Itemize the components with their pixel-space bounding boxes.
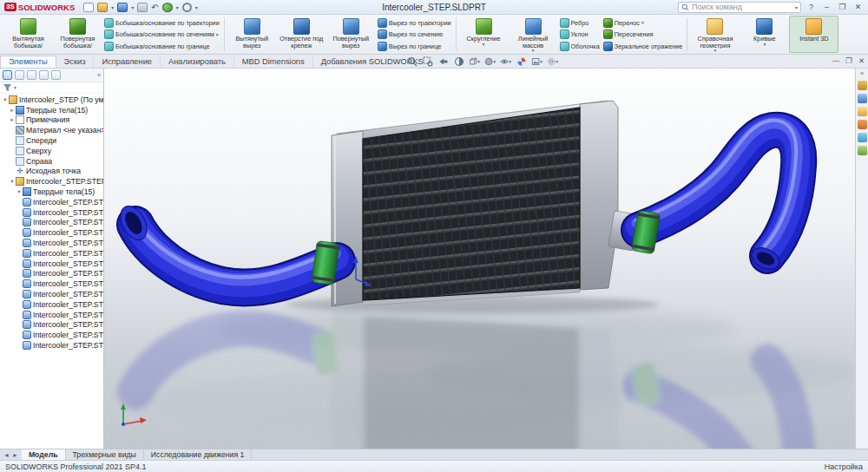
dropdown-arrow-icon[interactable]: ▾ <box>532 49 535 52</box>
tab-markup[interactable]: Исправление <box>94 56 161 68</box>
ribbon-button-boundary-boss[interactable]: Бобышка/основание по границе <box>102 41 221 52</box>
ribbon-button-draft[interactable]: Уклон <box>558 29 602 40</box>
tree-item-body[interactable]: Intercooler_STEP.STEP<1... <box>0 269 103 279</box>
doc-close-icon[interactable]: ✕ <box>858 56 865 65</box>
tree-item-body[interactable]: Intercooler_STEP.STEP<1... <box>0 197 103 207</box>
apply-scene-icon[interactable]: ▾ <box>531 56 542 68</box>
tree-item-imported-part[interactable]: ▾ Intercooler_STEP.STEP<1> -> <box>0 176 103 187</box>
tree-item-body[interactable]: Intercooler_STEP.STEP<1... <box>0 299 103 310</box>
status-customize-text[interactable]: Настройка <box>825 462 863 471</box>
dropdown-arrow-icon[interactable]: ▾ <box>714 49 717 52</box>
ribbon-button-fillet[interactable]: Скругление ▾ <box>459 16 509 53</box>
tree-item-front-plane[interactable]: Спереди <box>0 135 103 146</box>
rebuild-icon[interactable] <box>162 3 173 12</box>
featuremanager-tree-tab-icon[interactable] <box>3 70 12 80</box>
property-manager-tab-icon[interactable] <box>15 70 24 80</box>
filter-funnel-icon[interactable] <box>3 83 12 93</box>
graphics-area[interactable] <box>104 69 855 449</box>
doc-minimize-icon[interactable]: — <box>832 56 840 65</box>
expand-arrow-icon[interactable]: ▸ <box>9 107 16 114</box>
tab-evaluate[interactable]: Анализировать <box>161 56 234 68</box>
design-library-icon[interactable] <box>858 94 867 103</box>
tree-item-body[interactable]: Intercooler_STEP.STEP<1... <box>0 320 103 331</box>
ribbon-button-boundary-cut[interactable]: Вырез по границе <box>376 41 453 52</box>
ribbon-button-revolved-boss[interactable]: Повернутая бобышка/основание <box>53 16 102 53</box>
expand-arrow-icon[interactable]: ▸ <box>9 116 16 123</box>
view-palette-icon[interactable] <box>858 120 867 129</box>
panel-chevron-icon[interactable]: » <box>97 72 101 78</box>
tree-item-body[interactable]: Intercooler_STEP.STEP<1... <box>0 218 103 228</box>
new-document-icon[interactable] <box>83 3 94 12</box>
hide-show-items-icon[interactable]: ▾ <box>500 56 511 68</box>
display-style-icon[interactable]: ▾ <box>484 56 496 68</box>
tree-item-root[interactable]: ▾ Intercooler_STEP (По умолчанию<<... <box>0 95 103 105</box>
resources-icon[interactable] <box>858 81 867 90</box>
ribbon-button-reference-geometry[interactable]: Справочная геометрия ▾ <box>690 16 740 53</box>
intercooler-model[interactable] <box>115 101 799 306</box>
edit-appearance-icon[interactable] <box>516 56 527 68</box>
ribbon-button-swept-boss[interactable]: Бобышка/основание по траектории <box>102 17 221 29</box>
dropdown-arrow-icon[interactable]: ▾ <box>483 43 485 46</box>
tree-item-solid-bodies-nested[interactable]: ▾ Твердые тела(15) <box>0 187 103 197</box>
tree-item-body[interactable]: Intercooler_STEP.STEP<1... <box>0 227 103 238</box>
open-document-icon[interactable] <box>97 3 108 12</box>
tree-item-body[interactable]: Intercooler_STEP.STEP<1... <box>0 279 103 289</box>
expand-arrow-icon[interactable]: ▾ <box>9 178 16 185</box>
tree-item-top-plane[interactable]: Сверху <box>0 146 103 156</box>
options-dropdown-icon[interactable]: ▾ <box>195 4 198 10</box>
rebuild-dropdown-icon[interactable]: ▾ <box>176 4 179 10</box>
tab-3d-views[interactable]: Трехмерные виды <box>66 449 144 460</box>
ribbon-button-rib[interactable]: Ребро <box>558 17 602 29</box>
filter-dropdown-icon[interactable]: ▾ <box>14 85 16 90</box>
tree-item-body[interactable]: Intercooler_STEP.STEP<1... <box>0 207 103 218</box>
ribbon-button-lofted-boss[interactable]: Бобышка/основание по сечениям▾ <box>102 29 221 40</box>
ribbon-button-shell[interactable]: Оболочка <box>558 41 602 52</box>
help-button[interactable]: ? <box>806 2 817 13</box>
tab-model[interactable]: Модель <box>22 449 66 460</box>
file-explorer-icon[interactable] <box>858 107 867 116</box>
save-dropdown-icon[interactable]: ▾ <box>131 4 134 10</box>
open-dropdown-icon[interactable]: ▾ <box>111 4 114 10</box>
minimize-button[interactable]: – <box>821 2 832 13</box>
tree-item-body[interactable]: Intercooler_STEP.STEP<1... <box>0 289 103 299</box>
tree-item-annotations[interactable]: ▸ Примечания <box>0 115 103 126</box>
zoom-area-icon[interactable] <box>422 56 433 68</box>
view-settings-icon[interactable]: ▾ <box>547 56 558 68</box>
section-view-icon[interactable] <box>453 56 464 68</box>
tree-item-solid-bodies[interactable]: ▸ Твердые тела(15) <box>0 105 103 115</box>
ribbon-button-revolved-cut[interactable]: Повернутый вырез <box>326 16 376 53</box>
ribbon-button-curves[interactable]: Кривые ▾ <box>740 16 789 53</box>
doc-restore-icon[interactable]: ❐ <box>845 56 852 65</box>
print-icon[interactable] <box>137 3 148 12</box>
tree-item-body[interactable]: Intercooler_STEP.STEP<1... <box>0 340 103 351</box>
dropdown-arrow-icon[interactable]: ▾ <box>764 43 766 46</box>
appearances-icon[interactable] <box>858 133 867 142</box>
tab-features[interactable]: Элементы <box>0 56 56 68</box>
collapse-chevron-icon[interactable]: « <box>860 70 864 77</box>
tree-item-origin[interactable]: ✛ Исходная точка <box>0 167 103 177</box>
ribbon-button-hole-wizard[interactable]: Отверстие под крепеж <box>277 16 326 53</box>
command-search[interactable]: Поиск команд ▾ <box>678 2 801 13</box>
display-manager-tab-icon[interactable] <box>51 70 61 80</box>
expand-arrow-icon[interactable]: ▾ <box>2 96 9 103</box>
configuration-manager-tab-icon[interactable] <box>27 70 36 80</box>
ribbon-button-extruded-boss[interactable]: Вытянутая бобышка/основание <box>3 16 53 53</box>
search-dropdown-icon[interactable]: ▾ <box>795 4 798 10</box>
ribbon-button-linear-pattern[interactable]: Линейный массив ▾ <box>509 16 558 53</box>
ribbon-button-extruded-cut[interactable]: Вытянутый вырез <box>227 16 277 53</box>
3d-viewport[interactable] <box>104 69 855 449</box>
tab-scroll-left-icon[interactable]: ◄ <box>3 452 10 458</box>
tab-sketch[interactable]: Эскиз <box>56 56 95 68</box>
maximize-button[interactable]: ❐ <box>837 2 848 13</box>
ribbon-button-swept-cut[interactable]: Вырез по траектории <box>376 17 453 29</box>
tree-item-right-plane[interactable]: Справа <box>0 156 103 167</box>
ribbon-button-instant-3d[interactable]: Instant 3D <box>789 16 838 53</box>
view-orientation-icon[interactable]: ▾ <box>469 56 480 68</box>
custom-properties-icon[interactable] <box>858 146 867 155</box>
tree-item-body[interactable]: Intercooler_STEP.STEP<1... <box>0 259 103 269</box>
ribbon-button-lofted-cut[interactable]: Вырез по сечению <box>376 29 453 40</box>
tree-item-body[interactable]: Intercooler_STEP.STEP<1... <box>0 238 103 248</box>
zoom-fit-icon[interactable] <box>406 56 418 68</box>
ribbon-button-move[interactable]: Перенос▾ <box>602 17 685 29</box>
expand-arrow-icon[interactable]: ▾ <box>16 188 23 195</box>
